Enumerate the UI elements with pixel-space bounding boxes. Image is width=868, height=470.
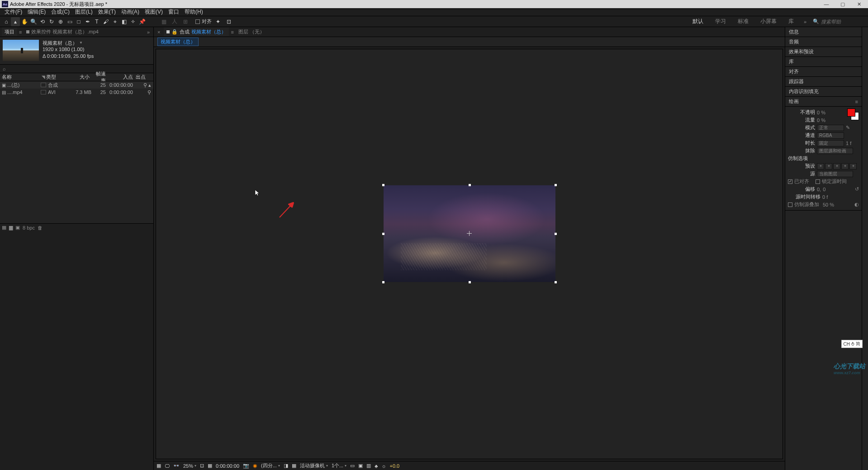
selection-handle[interactable]	[555, 281, 557, 283]
timeline-icon[interactable]: ▥	[366, 463, 371, 469]
snap-opt-2[interactable]: ⊡	[224, 17, 233, 26]
eyedropper-icon[interactable]: ✎	[846, 125, 850, 131]
transparency-icon[interactable]: ▦	[292, 463, 296, 469]
menu-window[interactable]: 窗口	[166, 8, 181, 16]
project-search[interactable]: ⌕	[0, 64, 153, 73]
paint-channels-dropdown[interactable]: RGBA	[817, 132, 844, 139]
snap-toggle-1[interactable]: ▦	[159, 17, 168, 26]
workspace-small[interactable]: 小屏幕	[757, 18, 780, 25]
minimize-button[interactable]: —	[821, 1, 832, 7]
selection-handle[interactable]	[382, 233, 384, 235]
shape-rect-tool[interactable]: □	[74, 17, 83, 26]
clone-preset-2[interactable]: ⌖	[825, 163, 832, 169]
resolution-dropdown[interactable]: (四分...	[261, 462, 280, 469]
trash-icon[interactable]: 🗑	[38, 225, 43, 230]
menu-help[interactable]: 帮助(H)	[183, 8, 205, 16]
channel-icon[interactable]: ◉	[253, 463, 257, 469]
tab-close-icon[interactable]: ×	[156, 29, 162, 35]
lock-icon[interactable]: 🔒	[171, 29, 178, 35]
workspace-more[interactable]: »	[802, 19, 808, 24]
panel-content-aware-fill[interactable]: 内容识别填充	[785, 87, 862, 97]
interpret-icon[interactable]: ▦	[2, 225, 6, 230]
snap-checkbox[interactable]	[195, 19, 200, 24]
menu-view[interactable]: 视图(V)	[143, 8, 165, 16]
workspace-learn[interactable]: 学习	[711, 18, 730, 25]
pen-tool[interactable]: ✒	[83, 17, 92, 26]
composition-viewer[interactable]	[156, 49, 783, 459]
panel-audio[interactable]: 音频	[785, 37, 862, 47]
comp-panel-menu-icon[interactable]: ≡	[231, 29, 233, 35]
new-comp-icon[interactable]: ▣	[15, 225, 20, 230]
flowchart-icon[interactable]: ♣	[375, 463, 378, 469]
panel-info[interactable]: 信息	[785, 27, 862, 37]
home-tool[interactable]: ⌂	[2, 17, 11, 26]
project-tab[interactable]: 项目	[2, 28, 17, 36]
paint-mode-dropdown[interactable]: 正常	[817, 125, 844, 131]
menu-edit[interactable]: 编辑(E)	[26, 8, 47, 16]
project-panel-menu-icon[interactable]: ≡	[19, 29, 22, 35]
panel-align[interactable]: 对齐	[785, 67, 862, 77]
col-in[interactable]: 入点	[106, 74, 133, 80]
workspace-default[interactable]: 默认	[689, 18, 707, 25]
col-out[interactable]: 出点	[133, 74, 151, 80]
paint-color-swatches[interactable]	[847, 108, 859, 120]
selection-handle[interactable]	[555, 233, 557, 235]
grid-icon[interactable]: ▦	[208, 463, 212, 469]
region-icon[interactable]: ◨	[284, 463, 288, 469]
snap-toggle-2[interactable]: 人	[170, 17, 179, 26]
zoom-dropdown[interactable]: 25%	[183, 463, 196, 469]
puppet-tool[interactable]: 📌	[138, 17, 147, 26]
mask-rect-tool[interactable]: ▭	[65, 17, 74, 26]
close-button[interactable]: ✕	[854, 1, 864, 7]
views-dropdown[interactable]: 1个...	[332, 462, 346, 469]
right-scrollbar[interactable]	[862, 27, 868, 470]
workspace-libraries[interactable]: 库	[785, 18, 797, 25]
selection-handle[interactable]	[555, 184, 557, 186]
panel-menu-icon[interactable]: ≡	[855, 99, 858, 104]
roto-tool[interactable]: ✧	[128, 17, 138, 26]
diff-icon[interactable]: ◐	[854, 202, 859, 207]
clone-preset-1[interactable]: ⌖	[817, 163, 824, 169]
bpc-toggle[interactable]: 8 bpc	[23, 225, 35, 230]
tab-layer[interactable]: 图层 （无）	[236, 28, 267, 36]
paint-erase-dropdown[interactable]: 图层源和绘画	[817, 148, 853, 154]
col-tag-icon[interactable]: ◥	[41, 75, 46, 80]
paint-flow[interactable]: 0 %	[817, 118, 825, 123]
clone-source-dropdown[interactable]: 当前图层	[817, 171, 853, 177]
paint-duration-dropdown[interactable]: 固定	[817, 140, 844, 146]
exposure-reset-icon[interactable]: ☼	[381, 463, 386, 469]
hand-tool[interactable]: ✋	[20, 17, 29, 26]
clone-tool[interactable]: ⌖	[110, 17, 119, 26]
menu-layer[interactable]: 图层(L)	[73, 8, 95, 16]
brush-tool[interactable]: 🖌	[101, 17, 110, 26]
label-swatch[interactable]	[41, 90, 46, 94]
maximize-button[interactable]: ▢	[837, 1, 848, 7]
selection-tool[interactable]: ▴	[11, 17, 20, 26]
panel-paint-header[interactable]: 绘画≡	[785, 97, 862, 107]
anchor-point-icon[interactable]	[467, 231, 472, 236]
menu-animation[interactable]: 动画(A)	[119, 8, 141, 16]
alpha-toggle-icon[interactable]: ▦	[157, 463, 161, 469]
effect-controls-tab[interactable]: 效果控件 视频素材（总）.mp4	[24, 28, 101, 36]
clone-preset-5[interactable]: ⌖	[849, 163, 857, 169]
panel-effects[interactable]: 效果和预设	[785, 47, 862, 57]
camera-dropdown[interactable]: 活动摄像机	[300, 462, 328, 469]
orbit-tool[interactable]: ⟲	[38, 17, 47, 26]
zoom-tool[interactable]: 🔍	[29, 17, 38, 26]
eraser-tool[interactable]: ◧	[119, 17, 128, 26]
selection-handle[interactable]	[469, 281, 471, 283]
mask-toggle-icon[interactable]: 🖵	[165, 463, 170, 469]
col-name[interactable]: 名称	[2, 74, 12, 80]
snap-opt-1[interactable]: ✦	[213, 17, 223, 26]
panbehind-tool[interactable]: ⊕	[56, 17, 65, 26]
selection-handle[interactable]	[382, 184, 384, 186]
viewer-canvas[interactable]	[384, 185, 555, 282]
menu-composition[interactable]: 合成(C)	[49, 8, 71, 16]
col-size[interactable]: 大小	[69, 74, 91, 80]
workspace-standard[interactable]: 标准	[734, 18, 752, 25]
panel-tracker[interactable]: 跟踪器	[785, 77, 862, 87]
project-row-footage[interactable]: ▤ ....mp4 AVI 7.3 MB 25 0:00:00:00 ⚲	[0, 89, 153, 96]
res-auto-icon[interactable]: ⊡	[200, 463, 204, 469]
selection-handle[interactable]	[469, 184, 471, 186]
fg-color-swatch[interactable]	[847, 108, 855, 117]
